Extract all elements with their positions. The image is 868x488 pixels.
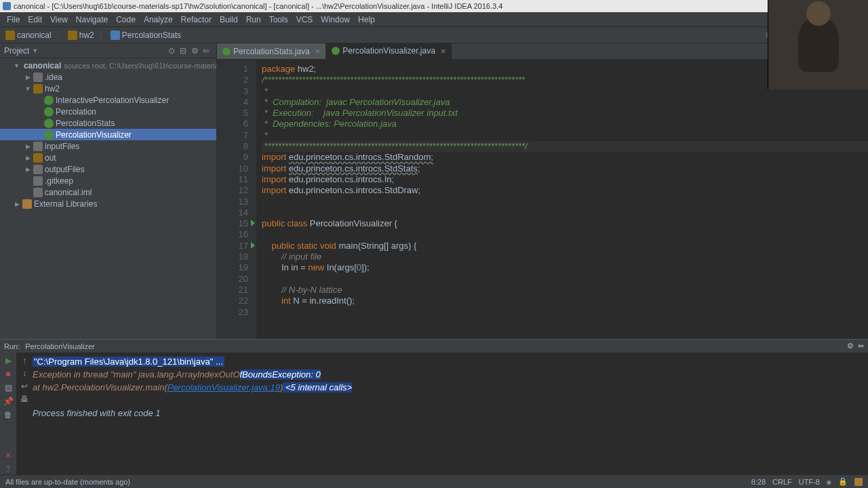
close-icon[interactable]: ✕: [3, 450, 14, 461]
tree-item-percolationvisualizer[interactable]: PercolationVisualizer: [0, 129, 216, 140]
collapse-icon[interactable]: ⊟: [180, 46, 189, 56]
menu-navigate[interactable]: Navigate: [72, 15, 112, 24]
menu-vcs[interactable]: VCS: [292, 15, 317, 24]
context-icon[interactable]: ⎈: [827, 478, 831, 486]
caret-position[interactable]: 8:28: [751, 478, 766, 486]
project-tool-window: Project ▼ ⊙ ⊟ ⚙ ⥢ ▼ canonical sources ro…: [0, 43, 217, 339]
tree-item-out[interactable]: ▶out: [0, 152, 216, 163]
breadcrumb-item[interactable]: PercolationStats: [111, 30, 181, 40]
menu-edit[interactable]: Edit: [24, 15, 46, 24]
run-gutter-icon[interactable]: [251, 220, 255, 226]
menu-window[interactable]: Window: [317, 15, 354, 24]
hide-icon[interactable]: ⥢: [203, 46, 212, 56]
external-libraries[interactable]: ▶ External Libraries: [0, 198, 216, 209]
class-icon: [222, 47, 231, 56]
menu-run[interactable]: Run: [242, 15, 265, 24]
menu-refactor[interactable]: Refactor: [177, 15, 216, 24]
class-icon: [44, 107, 54, 117]
down-icon[interactable]: ↓: [19, 368, 30, 379]
lock-icon[interactable]: 🔒: [838, 477, 848, 486]
class-icon: [44, 130, 54, 140]
breadcrumb-bar: canonical〉hw2〉PercolationStats ⧉ Percola…: [0, 27, 868, 43]
help-icon[interactable]: ?: [3, 464, 14, 474]
menu-code[interactable]: Code: [112, 15, 140, 24]
class-icon: [44, 119, 54, 128]
autoscroll-icon[interactable]: ⊙: [168, 46, 178, 56]
tree-item-canonical.iml[interactable]: canonical.iml: [0, 186, 216, 198]
stop-icon[interactable]: ■: [3, 369, 14, 380]
up-icon[interactable]: ↑: [19, 355, 30, 366]
tab-PercolationStats.java[interactable]: PercolationStats.java×: [217, 43, 326, 59]
project-tree[interactable]: ▼ canonical sources root, C:\Users\hug\6…: [0, 58, 216, 339]
run-label: Run:: [4, 342, 20, 350]
run-side-toolbar[interactable]: ▶ ■ ▤ 📌 🗑 ✕ ?: [0, 352, 16, 474]
wrap-icon[interactable]: ↩: [19, 381, 30, 392]
chevron-icon[interactable]: ▶: [24, 74, 31, 81]
breadcrumb-item[interactable]: canonical: [5, 30, 52, 40]
window-title: canonical - [C:\Users\hug\61b\course-mat…: [14, 0, 502, 12]
close-icon[interactable]: ×: [315, 46, 321, 56]
chevron-icon[interactable]: ▶: [24, 155, 31, 161]
line-separator[interactable]: CRLF: [772, 478, 792, 486]
folder-gray-icon: [33, 73, 43, 82]
class-icon: [111, 30, 120, 40]
chevron-icon[interactable]: ▶: [24, 143, 31, 150]
menu-file[interactable]: File: [3, 15, 24, 24]
project-title[interactable]: Project: [4, 46, 29, 56]
folder-gray-icon: [33, 165, 43, 174]
menu-view[interactable]: View: [46, 15, 72, 24]
tree-item-outputfiles[interactable]: ▶outputFiles: [0, 163, 216, 175]
stacktrace-link[interactable]: PercolationVisualizer.java:19: [167, 382, 280, 392]
run-gutter-icon[interactable]: [251, 242, 255, 249]
tree-root[interactable]: ▼ canonical sources root, C:\Users\hug\6…: [0, 60, 216, 71]
run-tool-window: Run: PercolationVisualizer ⚙ ⥢ ▶ ■ ▤ 📌 🗑…: [0, 339, 868, 474]
code-editor[interactable]: 1234567891011121314151617181920212223 pa…: [217, 60, 868, 339]
chevron-icon[interactable]: ▶: [24, 166, 31, 173]
class-icon: [332, 47, 340, 55]
breadcrumb-item[interactable]: hw2: [68, 30, 94, 40]
gear-icon[interactable]: ⚙: [847, 342, 854, 350]
chevron-down-icon[interactable]: ▼: [32, 47, 38, 54]
trash-icon[interactable]: 🗑: [3, 409, 14, 420]
status-bar: All files are up-to-date (moments ago) 8…: [0, 474, 868, 488]
tree-item-hw2[interactable]: ▼hw2: [0, 83, 216, 94]
menu-build[interactable]: Build: [216, 15, 242, 24]
code-content[interactable]: package hw2;/***************************…: [256, 60, 868, 339]
pin-icon[interactable]: 📌: [3, 396, 14, 407]
hide-icon[interactable]: ⥢: [858, 342, 864, 350]
status-message: All files are up-to-date (moments ago): [5, 478, 130, 486]
print-icon[interactable]: 🖶: [19, 394, 30, 405]
gutter[interactable]: 1234567891011121314151617181920212223: [217, 60, 256, 339]
tree-item-inputfiles[interactable]: ▶inputFiles: [0, 140, 216, 152]
folder-icon: [68, 30, 77, 40]
chevron-icon[interactable]: ▼: [24, 85, 31, 92]
tree-item-interactivepercolationvisualizer[interactable]: InteractivePercolationVisualizer: [0, 94, 216, 106]
webcam-overlay: [768, 0, 868, 89]
library-icon: [22, 199, 32, 209]
menu-help[interactable]: Help: [354, 15, 379, 24]
run-config-name[interactable]: PercolationVisualizer: [25, 342, 95, 350]
tree-item-percolationstats[interactable]: PercolationStats: [0, 117, 216, 129]
file-icon: [33, 176, 43, 186]
inspections-icon[interactable]: [854, 478, 863, 486]
tree-item-.gitkeep[interactable]: .gitkeep: [0, 175, 216, 186]
menu-tools[interactable]: Tools: [265, 15, 292, 24]
folder-gray-icon: [33, 142, 43, 151]
app-icon: [3, 2, 11, 10]
tree-item-percolation[interactable]: Percolation: [0, 106, 216, 117]
console-output[interactable]: ↑ ↓ ↩ 🖶 "C:\Program Files\Java\jdk1.8.0_…: [16, 352, 868, 474]
folder-icon: [33, 84, 43, 94]
rerun-icon[interactable]: ▶: [3, 355, 14, 366]
tab-PercolationVisualizer.java[interactable]: PercolationVisualizer.java×: [326, 43, 452, 59]
menu-analyze[interactable]: Analyze: [140, 15, 177, 24]
menu-bar[interactable]: FileEditViewNavigateCodeAnalyzeRefactorB…: [0, 12, 868, 27]
folder-icon: [5, 30, 15, 40]
window-titlebar: canonical - [C:\Users\hug\61b\course-mat…: [0, 0, 868, 12]
gear-icon[interactable]: ⚙: [191, 46, 201, 56]
file-encoding[interactable]: UTF-8: [799, 478, 820, 486]
file-icon: [33, 188, 43, 197]
close-icon[interactable]: ×: [441, 46, 446, 56]
tree-item-.idea[interactable]: ▶.idea: [0, 71, 216, 83]
layout-icon[interactable]: ▤: [3, 382, 14, 393]
folder-icon: [33, 153, 43, 163]
